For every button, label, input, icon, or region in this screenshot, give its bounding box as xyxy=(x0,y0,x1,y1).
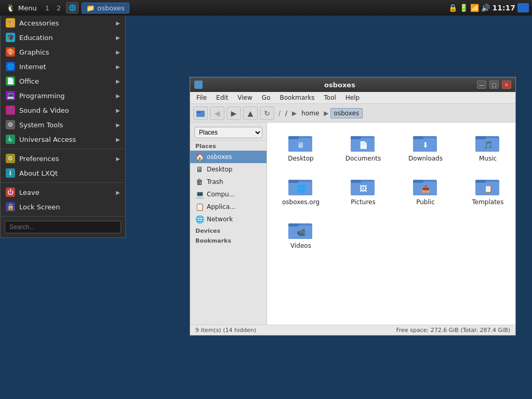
folder-pictures[interactable]: 🖼 Pictures xyxy=(335,171,392,210)
fm-menu-go[interactable]: Go xyxy=(258,93,275,102)
folder-taskbar-button[interactable]: 📁 osboxes xyxy=(82,3,129,14)
menu-item-graphics[interactable]: 🎨 Graphics ▶ xyxy=(1,45,125,59)
folder-osboxesorg[interactable]: 🌐 osboxes.org xyxy=(272,171,329,210)
menu-item-sound[interactable]: 🎵 Sound & Video ▶ xyxy=(1,103,125,117)
sidebar-item-compu[interactable]: 💻 Compu... xyxy=(190,188,267,201)
programming-arrow: ▶ xyxy=(116,93,120,99)
path-sep-2: ▶ xyxy=(324,110,328,117)
start-menu: 🔧 Accessories ▶ 🎓 Education ▶ 🎨 Graphics… xyxy=(0,16,126,238)
browser-button[interactable]: 🌐 xyxy=(66,2,78,14)
up-button[interactable]: ▲ xyxy=(243,107,258,120)
sidebar-item-osboxes[interactable]: 🏠 osboxes xyxy=(190,151,267,163)
sidebar-item-applica[interactable]: 📋 Applica... xyxy=(190,201,267,213)
menu-item-internet[interactable]: 🌐 Internet ▶ xyxy=(1,59,125,74)
new-folder-button[interactable] xyxy=(193,107,208,120)
path-root[interactable]: / xyxy=(282,109,290,118)
folder-icon: ⬇ xyxy=(413,132,438,153)
menu-item-office[interactable]: 📄 Office ▶ xyxy=(1,74,125,88)
status-items: 9 item(s) (14 hidden) xyxy=(195,327,256,334)
accessories-label: Accessories xyxy=(19,19,116,27)
menu-item-about[interactable]: ℹ About LXQt xyxy=(1,166,125,180)
window-icon xyxy=(194,81,203,89)
menu-item-accessories[interactable]: 🔧 Accessories ▶ xyxy=(1,16,125,30)
folder-icon: 🎵 xyxy=(475,132,500,153)
sidebar-item-trash[interactable]: 🗑 Trash xyxy=(190,176,267,188)
internet-label: Internet xyxy=(19,63,116,71)
svg-rect-0 xyxy=(196,111,205,117)
forward-button[interactable]: ▶ xyxy=(227,107,241,120)
taskbar: 🐧 Menu 1 2 🌐 📁 osboxes 🔒 🔋 📶 🔊 11:17 xyxy=(0,0,532,16)
about-icon: ℹ xyxy=(6,168,15,178)
graphics-arrow: ▶ xyxy=(116,49,120,55)
menu-item-preferences[interactable]: ⚙ Preferences ▶ xyxy=(1,151,125,166)
leave-arrow: ▶ xyxy=(116,190,120,195)
taskbar-right: 🔒 🔋 📶 🔊 11:17 xyxy=(448,3,529,12)
menu-item-leave[interactable]: ⏻ Leave ▶ xyxy=(1,185,125,200)
fm-menu-edit[interactable]: Edit xyxy=(212,93,232,102)
fm-menu-file[interactable]: File xyxy=(192,93,211,102)
maximize-button[interactable]: □ xyxy=(489,81,499,89)
sidebar-item-desktop[interactable]: 🖥 Desktop xyxy=(190,163,267,176)
back-button[interactable]: ◀ xyxy=(210,107,224,120)
folder-templates[interactable]: 📋 Templates xyxy=(459,171,515,210)
svg-rect-28 xyxy=(413,180,423,183)
sidebar-icon-trash: 🗑 xyxy=(195,178,204,186)
minimize-button[interactable]: — xyxy=(477,81,486,89)
svg-text:⬇: ⬇ xyxy=(422,141,429,149)
toolbar: ◀ ▶ ▲ ↻ / / ▶ home ▶ osboxes xyxy=(190,104,515,123)
places-select[interactable]: Places xyxy=(194,127,262,138)
folder-videos[interactable]: 📹 Videos xyxy=(272,215,329,254)
sidebar-icon-desktop: 🖥 xyxy=(195,165,204,174)
universal-arrow: ▶ xyxy=(116,137,120,142)
start-menu-button[interactable]: 🐧 Menu xyxy=(3,3,40,13)
status-freespace: Free space: 272.6 GiB (Total: 287.4 GiB) xyxy=(396,327,510,334)
fm-menu-tool[interactable]: Tool xyxy=(320,93,340,102)
fm-menu-view[interactable]: View xyxy=(233,93,256,102)
menu-item-universal[interactable]: ♿ Universal Access ▶ xyxy=(1,132,125,147)
folder-icon: 🖼 xyxy=(351,176,376,196)
svg-rect-24 xyxy=(351,180,361,183)
svg-rect-1 xyxy=(196,112,201,113)
search-input[interactable] xyxy=(5,221,121,233)
workspace-1[interactable]: 1 xyxy=(43,3,51,13)
path-osboxes[interactable]: osboxes xyxy=(330,108,363,118)
close-button[interactable]: ✕ xyxy=(502,81,511,89)
refresh-button[interactable]: ↻ xyxy=(260,107,274,120)
preferences-label: Preferences xyxy=(19,155,116,163)
graphics-icon: 🎨 xyxy=(6,47,15,57)
clock: 11:17 xyxy=(492,4,515,12)
folder-desktop[interactable]: 🖥 Desktop xyxy=(272,128,329,166)
sound-label: Sound & Video xyxy=(19,107,116,114)
menu-separator-3 xyxy=(1,216,125,217)
folder-downloads[interactable]: ⬇ Downloads xyxy=(397,128,454,166)
path-home[interactable]: home xyxy=(298,109,322,118)
folder-public[interactable]: 📤 Public xyxy=(397,171,454,210)
folder-documents[interactable]: 📄 Documents xyxy=(335,128,392,166)
sidebar-item-network[interactable]: 🌐 Network xyxy=(190,213,267,225)
fm-menu-help[interactable]: Help xyxy=(341,93,364,102)
about-label: About LXQt xyxy=(19,169,120,177)
taskbar-applet xyxy=(517,3,529,12)
svg-rect-20 xyxy=(288,180,299,183)
svg-text:📄: 📄 xyxy=(359,141,368,150)
sidebar-label: Compu... xyxy=(207,191,235,198)
fm-menu-bookmarks[interactable]: Bookmarks xyxy=(275,93,318,102)
menu-separator-1 xyxy=(1,149,125,149)
menu-item-programming[interactable]: 💻 Programming ▶ xyxy=(1,88,125,103)
menu-item-system[interactable]: ⚙ System Tools ▶ xyxy=(1,117,125,132)
lock-label: Lock Screen xyxy=(19,203,120,211)
sidebar-devices-section: Devices xyxy=(190,225,267,235)
svg-text:🎵: 🎵 xyxy=(484,141,493,150)
menu-item-education[interactable]: 🎓 Education ▶ xyxy=(1,30,125,45)
folder-music[interactable]: 🎵 Music xyxy=(459,128,515,166)
path-separator-icon: / xyxy=(278,110,281,117)
leave-icon: ⏻ xyxy=(6,188,15,197)
sidebar-icon-compu...: 💻 xyxy=(195,190,204,198)
sidebar-icon-applica...: 📋 xyxy=(195,203,204,211)
workspace-2[interactable]: 2 xyxy=(55,3,63,13)
sidebar-icon-network: 🌐 xyxy=(195,215,204,223)
preferences-icon: ⚙ xyxy=(6,154,15,163)
places-dropdown: Places xyxy=(190,125,267,141)
svg-rect-16 xyxy=(475,136,486,139)
menu-item-lock[interactable]: 🔒 Lock Screen xyxy=(1,200,125,214)
